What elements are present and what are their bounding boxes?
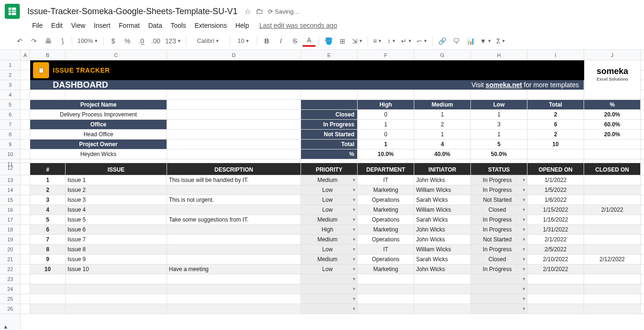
cell[interactable] bbox=[358, 304, 414, 314]
col-header-B[interactable]: B bbox=[30, 50, 66, 60]
cell[interactable] bbox=[30, 294, 66, 304]
cell[interactable] bbox=[584, 264, 641, 274]
currency-button[interactable]: $ bbox=[107, 34, 120, 48]
chevron-down-icon[interactable]: ▼ bbox=[522, 295, 526, 303]
cell[interactable]: Total bbox=[527, 100, 584, 109]
cell[interactable]: 10.0% bbox=[358, 149, 414, 159]
cell[interactable]: Low▼ bbox=[301, 245, 358, 254]
cell[interactable] bbox=[527, 90, 584, 99]
cell[interactable]: Not Started▼ bbox=[471, 235, 527, 244]
cells-area[interactable]: 📋ISSUE TRACKERsomekaExcel SolutionsDASHB… bbox=[21, 60, 644, 330]
cell[interactable]: somekaExcel Solutions bbox=[584, 60, 641, 90]
chevron-down-icon[interactable]: ▼ bbox=[352, 186, 356, 194]
cell[interactable]: Project Name bbox=[30, 100, 167, 109]
cell[interactable]: 9 bbox=[30, 255, 66, 264]
cell[interactable]: 1 bbox=[414, 130, 471, 139]
cell[interactable] bbox=[584, 90, 641, 99]
increase-decimal-button[interactable]: .00 bbox=[149, 34, 162, 48]
cell[interactable]: Issue 9 bbox=[66, 255, 167, 264]
cell[interactable] bbox=[21, 205, 30, 214]
cell[interactable] bbox=[584, 235, 641, 244]
cell[interactable]: Project Owner bbox=[30, 140, 167, 149]
menu-edit[interactable]: Edit bbox=[48, 20, 67, 31]
cell[interactable]: Low▼ bbox=[301, 264, 358, 274]
cell[interactable] bbox=[30, 90, 66, 99]
star-icon[interactable]: ☆ bbox=[244, 7, 251, 16]
cell[interactable]: Marketing bbox=[358, 225, 414, 234]
cell[interactable]: Head Office bbox=[30, 130, 167, 139]
select-all-corner[interactable] bbox=[0, 50, 21, 60]
cell[interactable] bbox=[30, 274, 66, 284]
cell[interactable]: Medium▼ bbox=[301, 235, 358, 244]
cell[interactable] bbox=[167, 120, 301, 129]
row-header-6[interactable]: 6 bbox=[0, 110, 20, 120]
cell[interactable]: 6 bbox=[30, 225, 66, 234]
move-icon[interactable]: 🗀 bbox=[256, 7, 263, 16]
row-header-22[interactable]: 22 bbox=[0, 264, 20, 274]
col-header-A[interactable]: A bbox=[21, 50, 30, 60]
cell[interactable] bbox=[471, 159, 527, 163]
chevron-down-icon[interactable]: ▼ bbox=[352, 226, 356, 234]
cell[interactable] bbox=[414, 159, 471, 163]
cell[interactable]: 2 bbox=[527, 110, 584, 119]
cell[interactable] bbox=[167, 304, 301, 314]
cell[interactable]: 8 bbox=[30, 245, 66, 254]
cell[interactable] bbox=[584, 175, 641, 185]
row-header-12[interactable]: 12 bbox=[0, 163, 20, 175]
cell[interactable]: 1 bbox=[358, 120, 414, 129]
cell[interactable]: William Wicks bbox=[414, 185, 471, 195]
cell[interactable]: ISSUE bbox=[66, 163, 167, 175]
row-header-9[interactable]: 9 bbox=[0, 140, 20, 149]
cell[interactable]: Issue 8 bbox=[66, 245, 167, 254]
doc-title[interactable]: Issue-Tracker-Someka-Google-Sheets-Templ… bbox=[25, 6, 241, 17]
menu-file[interactable]: File bbox=[28, 20, 47, 31]
cell[interactable]: 1 bbox=[358, 140, 414, 149]
cell[interactable]: Have a meeting bbox=[167, 264, 301, 274]
cell[interactable] bbox=[584, 185, 641, 195]
cell[interactable] bbox=[358, 294, 414, 304]
cell[interactable]: In Progress▼ bbox=[471, 175, 527, 185]
cell[interactable] bbox=[301, 159, 358, 163]
row-header-15[interactable]: 15 bbox=[0, 195, 20, 205]
rotate-button[interactable]: ⤺▼ bbox=[415, 34, 429, 48]
cell[interactable]: William Wicks bbox=[414, 245, 471, 254]
chevron-down-icon[interactable]: ▼ bbox=[522, 236, 526, 244]
chevron-down-icon[interactable]: ▼ bbox=[352, 295, 356, 303]
cell[interactable]: 3 bbox=[471, 120, 527, 129]
cell[interactable]: William Wicks bbox=[414, 205, 471, 214]
cell[interactable]: 1 bbox=[471, 130, 527, 139]
cell[interactable]: 1 bbox=[471, 110, 527, 119]
col-header-J[interactable]: J bbox=[584, 50, 641, 60]
cell[interactable]: Issue 2 bbox=[66, 185, 167, 195]
comment-button[interactable]: 🗨 bbox=[450, 34, 463, 48]
cell[interactable]: 2/1/2022 bbox=[527, 235, 584, 244]
cell[interactable] bbox=[21, 110, 30, 119]
cell[interactable]: Low▼ bbox=[301, 185, 358, 195]
row-header-13[interactable]: 13 bbox=[0, 175, 20, 185]
cell[interactable] bbox=[21, 163, 30, 175]
cell[interactable]: This is not urgent. bbox=[167, 195, 301, 205]
cell[interactable]: 10 bbox=[30, 264, 66, 274]
tab-list-icon[interactable]: ▲ bbox=[3, 323, 8, 330]
zoom-select[interactable]: 100%▼ bbox=[75, 34, 100, 48]
cell[interactable]: 50.0% bbox=[471, 149, 527, 159]
row-header-25[interactable]: 25 bbox=[0, 294, 20, 304]
chevron-down-icon[interactable]: ▼ bbox=[522, 265, 526, 273]
cell[interactable]: Take some suggestions from IT. bbox=[167, 215, 301, 224]
more-formats-button[interactable]: 123▼ bbox=[163, 34, 183, 48]
cell[interactable]: High bbox=[358, 100, 414, 109]
chevron-down-icon[interactable]: ▼ bbox=[522, 275, 526, 283]
row-header-7[interactable]: 7 bbox=[0, 120, 20, 130]
cell[interactable]: Marketing bbox=[358, 205, 414, 214]
cell[interactable]: Total bbox=[301, 140, 358, 149]
cell[interactable]: Issue 6 bbox=[66, 225, 167, 234]
cell[interactable]: Medium▼ bbox=[301, 175, 358, 185]
cell[interactable] bbox=[21, 80, 30, 90]
cell[interactable] bbox=[21, 264, 30, 274]
cell[interactable] bbox=[414, 304, 471, 314]
cell[interactable]: Heyden Wicks bbox=[30, 149, 167, 159]
text-color-button[interactable]: A bbox=[302, 35, 316, 47]
cell[interactable]: Issue 4 bbox=[66, 205, 167, 214]
cell[interactable]: # bbox=[30, 163, 66, 175]
cell[interactable] bbox=[167, 274, 301, 284]
